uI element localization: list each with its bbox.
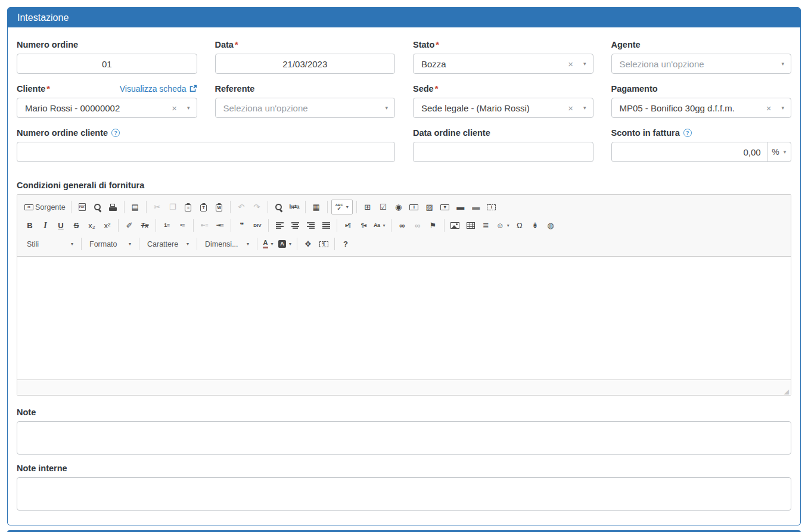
iframe-button[interactable]: ◍ xyxy=(543,218,558,233)
print-button[interactable] xyxy=(106,200,120,214)
align-center-button[interactable] xyxy=(288,218,302,233)
paste-word-button[interactable]: W xyxy=(212,200,226,214)
editor-toolbar: ‹›SorgentePDF▤✂❐≡TW↶↷b⇄a▦▾⊞☑◉I▨▾▬▬IBIUSx… xyxy=(17,195,791,257)
checkbox-button[interactable]: ☑ xyxy=(376,200,390,214)
stato-select[interactable]: Bozza × ▾ xyxy=(413,54,593,74)
chevron-down-icon: ▾ xyxy=(507,223,509,228)
link-button[interactable]: ∞ xyxy=(395,218,409,233)
toolbar-separator xyxy=(71,201,72,213)
subscript-button[interactable]: x₂ xyxy=(85,218,99,233)
toolbar-separator xyxy=(193,219,194,232)
image-button-button[interactable]: ▬ xyxy=(469,200,483,214)
field-agente: Agente Seleziona un'opzione ▾ xyxy=(611,39,792,74)
spellcheck-button[interactable]: ▾ xyxy=(331,200,353,214)
referente-select[interactable]: Seleziona un'opzione ▾ xyxy=(215,98,396,118)
anchor-button[interactable]: ⚑ xyxy=(426,218,440,233)
replace-button[interactable]: b⇄a xyxy=(287,200,302,214)
clear-icon[interactable]: × xyxy=(568,60,573,69)
bulleted-list-button[interactable]: •≡ xyxy=(175,218,189,233)
clear-icon[interactable]: × xyxy=(766,104,772,113)
sede-label: Sede xyxy=(413,84,434,94)
intestazione-panel: Intestazione Numero ordine Data* Stato* … xyxy=(7,7,801,525)
select-all-button[interactable]: ▦ xyxy=(309,200,324,214)
pagamento-select[interactable]: MP05 - Bonifico 30gg d.f.f.m. × ▾ xyxy=(611,98,792,118)
about-button[interactable]: ? xyxy=(338,237,353,251)
underline-button[interactable]: U xyxy=(54,218,68,233)
preview-button[interactable] xyxy=(91,200,105,214)
help-icon[interactable]: ? xyxy=(683,129,692,137)
sconto-unit-select[interactable]: % ▾ xyxy=(767,142,791,162)
text-direction-rtl-button[interactable]: ¶◂ xyxy=(356,218,371,233)
numero-ordine-input[interactable] xyxy=(17,54,197,74)
copy-formatting-button[interactable]: ✐ xyxy=(122,218,136,233)
export-pdf-button[interactable]: PDF xyxy=(75,200,89,214)
format-combo[interactable]: Formato▾ xyxy=(85,237,135,251)
chevron-down-icon: ▾ xyxy=(346,204,349,210)
text-color-button[interactable]: A▾ xyxy=(261,237,275,251)
image-button[interactable] xyxy=(448,218,462,233)
language-button[interactable]: Aa▾ xyxy=(372,218,387,233)
editor-content[interactable] xyxy=(17,257,791,379)
sede-select[interactable]: Sede legale - (Mario Rossi) × ▾ xyxy=(413,98,593,118)
find-button[interactable] xyxy=(272,200,286,214)
numero-ordine-cliente-input[interactable] xyxy=(17,142,395,162)
note-textarea[interactable] xyxy=(17,421,791,455)
templates-button[interactable]: ▤ xyxy=(128,200,142,214)
hidden-field-button[interactable]: I xyxy=(484,200,499,214)
agente-select[interactable]: Seleziona un'opzione ▾ xyxy=(611,54,792,74)
special-character-button[interactable]: Ω xyxy=(512,218,527,233)
background-color-button[interactable]: A▾ xyxy=(276,237,293,251)
help-icon[interactable]: ? xyxy=(111,129,120,137)
italic-button[interactable]: I xyxy=(38,218,52,233)
textarea-field-icon: ▨ xyxy=(426,203,433,211)
font-size-combo[interactable]: Dimensi...▾ xyxy=(201,237,253,251)
unlink-button: ∞ xyxy=(411,218,425,233)
align-right-button[interactable] xyxy=(303,218,318,233)
data-ordine-cliente-input[interactable] xyxy=(413,142,593,162)
text-field-button[interactable]: I xyxy=(407,200,421,214)
data-input[interactable] xyxy=(215,54,396,74)
radio-button-button[interactable]: ◉ xyxy=(391,200,406,214)
visualizza-scheda-link[interactable]: Visualizza scheda xyxy=(120,84,197,94)
chevron-down-icon: ▾ xyxy=(187,241,189,247)
cliente-select[interactable]: Mario Rossi - 00000002 × ▾ xyxy=(17,98,197,118)
remove-format-button[interactable]: Tx xyxy=(138,218,152,233)
clear-icon[interactable]: × xyxy=(568,104,573,113)
increase-indent-button[interactable]: ⇥≡ xyxy=(213,218,227,233)
bold-button[interactable]: B xyxy=(23,218,37,233)
table-button[interactable] xyxy=(464,218,478,233)
blockquote-button[interactable]: ❞ xyxy=(235,218,249,233)
redo-icon: ↷ xyxy=(253,203,260,211)
maximize-button[interactable]: ✥ xyxy=(301,237,315,251)
agente-placeholder: Seleziona un'opzione xyxy=(620,59,782,69)
horizontal-rule-button[interactable]: ≣ xyxy=(479,218,493,233)
source-button[interactable]: ‹›Sorgente xyxy=(23,200,67,214)
remove-format-icon: Tx xyxy=(141,222,149,229)
div-container-button[interactable]: DIV xyxy=(250,218,265,233)
button-field-button[interactable]: ▬ xyxy=(453,200,468,214)
numbered-list-button[interactable]: 1≡ xyxy=(160,218,174,233)
field-data: Data* xyxy=(215,39,396,74)
replace-icon: b⇄a xyxy=(289,204,299,210)
sconto-in-fattura-input[interactable] xyxy=(611,142,767,162)
styles-combo[interactable]: Stili▾ xyxy=(23,237,77,251)
text-direction-ltr-button[interactable]: ▸¶ xyxy=(341,218,355,233)
smiley-button[interactable]: ☺▾ xyxy=(495,218,511,233)
chevron-down-icon: ▾ xyxy=(784,150,787,155)
page-break-button[interactable]: ⇟ xyxy=(528,218,542,233)
align-left-button[interactable] xyxy=(272,218,287,233)
note-interne-textarea[interactable] xyxy=(17,477,791,511)
clear-icon[interactable]: × xyxy=(172,104,177,113)
superscript-button[interactable]: x² xyxy=(100,218,114,233)
image-icon xyxy=(450,222,459,229)
font-combo[interactable]: Carattere▾ xyxy=(143,237,193,251)
select-field-button[interactable]: ▾ xyxy=(438,200,452,214)
textarea-field-button[interactable]: ▨ xyxy=(422,200,437,214)
form-button[interactable]: ⊞ xyxy=(361,200,375,214)
paste-button[interactable]: ≡ xyxy=(181,200,195,214)
align-justify-button[interactable] xyxy=(319,218,333,233)
show-blocks-button[interactable]: ¶ xyxy=(316,237,331,251)
editor-resize-handle[interactable]: ◢ xyxy=(784,388,789,395)
strikethrough-button[interactable]: S xyxy=(69,218,83,233)
paste-text-button[interactable]: T xyxy=(197,200,211,214)
